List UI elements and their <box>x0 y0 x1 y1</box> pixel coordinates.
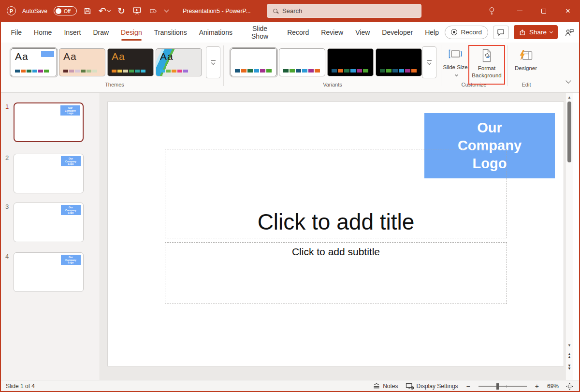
scrollbar-thumb[interactable] <box>567 102 571 162</box>
autosave-state: Off <box>64 8 71 14</box>
group-divider <box>223 45 224 86</box>
record-button[interactable]: Record <box>445 26 488 39</box>
tab-draw[interactable]: Draw <box>87 22 115 43</box>
color-swatch <box>166 70 171 73</box>
undo-button[interactable]: ↶ <box>98 6 111 15</box>
tab-file[interactable]: File <box>5 22 28 43</box>
tab-record[interactable]: Record <box>281 22 315 43</box>
start-slideshow-icon[interactable] <box>132 7 142 15</box>
display-settings-label: Display Settings <box>417 383 458 390</box>
zoom-slider-thumb[interactable] <box>496 383 499 390</box>
color-swatch <box>363 69 368 73</box>
zoom-percent[interactable]: 69% <box>547 383 559 390</box>
comments-button[interactable] <box>493 26 509 39</box>
quick-access-overflow-icon[interactable] <box>164 10 169 12</box>
color-swatch <box>332 69 337 73</box>
minimize-icon <box>517 11 522 11</box>
tab-animations[interactable]: Animations <box>193 22 238 43</box>
record-button-label: Record <box>461 29 482 36</box>
theme-sample-text: Aa <box>108 49 153 62</box>
share-button-label: Share <box>529 29 547 36</box>
vertical-scrollbar: ▲ ▼ ▲▲ ▼▼ <box>566 93 573 380</box>
autosave-toggle[interactable]: Off <box>54 6 77 15</box>
title-placeholder[interactable]: Click to add title <box>165 149 507 238</box>
tab-transitions[interactable]: Transitions <box>148 22 193 43</box>
slide-editor: OurCompanyLogo Click to add title Click … <box>100 93 573 380</box>
zoom-slider[interactable] <box>478 386 527 387</box>
tab-insert[interactable]: Insert <box>58 22 87 43</box>
color-swatch <box>350 69 356 73</box>
themes-more-button[interactable] <box>206 46 220 78</box>
color-swatch <box>283 69 289 73</box>
designer-button[interactable]: Designer <box>510 48 541 72</box>
slide-thumbnail-4[interactable]: OurCompanyLogo <box>14 252 84 292</box>
share-button[interactable]: Share <box>514 25 558 39</box>
slide-thumbnail-1[interactable]: OurCompanyLogo <box>14 102 84 142</box>
close-button[interactable]: × <box>556 0 580 22</box>
notes-label: Notes <box>383 383 398 390</box>
themes-group-label: Themes <box>7 82 222 87</box>
tab-design[interactable]: Design <box>115 22 148 43</box>
color-swatch <box>38 70 43 73</box>
scroll-up-icon[interactable]: ▲ <box>566 94 573 100</box>
tab-review[interactable]: Review <box>315 22 349 43</box>
color-swatch <box>44 70 49 73</box>
fit-slide-to-window-icon[interactable] <box>566 383 573 390</box>
maximize-button[interactable] <box>532 0 556 22</box>
tab-developer[interactable]: Developer <box>376 22 419 43</box>
edit-group-label: Edit <box>507 82 546 87</box>
theme-logo-chip <box>41 51 54 57</box>
slide-number: 1 <box>0 102 14 110</box>
notes-button[interactable]: Notes <box>373 383 398 390</box>
minimize-button[interactable] <box>508 0 532 22</box>
display-settings-button[interactable]: Display Settings <box>406 383 458 390</box>
color-swatch <box>296 69 301 73</box>
variants-more-button[interactable] <box>422 46 436 78</box>
redo-button[interactable]: ↻ <box>117 6 126 15</box>
collapse-ribbon-icon[interactable] <box>563 77 574 86</box>
search-input[interactable]: Search <box>267 4 421 18</box>
zoom-in-button[interactable]: + <box>534 382 540 390</box>
color-swatch <box>183 70 188 73</box>
variant-thumbnail-3[interactable] <box>327 48 374 76</box>
theme-thumbnail-3[interactable]: Aa <box>107 48 154 76</box>
tab-slide-show[interactable]: Slide Show <box>238 22 281 43</box>
format-background-button[interactable]: Format Background <box>471 48 503 79</box>
save-icon[interactable] <box>83 7 92 15</box>
color-swatch <box>399 69 404 73</box>
scroll-down-icon[interactable]: ▼ <box>566 342 573 348</box>
color-swatch <box>386 69 392 73</box>
theme-color-swatches <box>160 70 188 73</box>
ribbon-tabs: FileHomeInsertDrawDesignTransitionsAnima… <box>0 22 445 43</box>
variant-thumbnail-1[interactable] <box>231 48 277 76</box>
theme-thumbnail-2[interactable]: Aa <box>59 48 105 76</box>
theme-thumbnail-4[interactable]: Aa <box>156 48 202 76</box>
autosave-label: AutoSave <box>22 8 47 15</box>
color-swatch <box>247 69 253 73</box>
powerpoint-app-icon[interactable]: P <box>7 6 16 15</box>
color-swatch <box>87 70 91 73</box>
tab-view[interactable]: View <box>349 22 376 43</box>
color-swatch <box>69 70 74 73</box>
presenter-coach-icon[interactable] <box>565 29 574 36</box>
variant-thumbnail-4[interactable] <box>376 48 422 76</box>
zoom-out-button[interactable]: − <box>465 382 471 390</box>
theme-sample-text: Aa <box>59 49 105 62</box>
tab-home[interactable]: Home <box>28 22 58 43</box>
lightbulb-icon[interactable] <box>489 7 495 15</box>
slide-size-button[interactable]: Slide Size <box>443 47 468 78</box>
slide-thumbnail-3[interactable]: OurCompanyLogo <box>14 203 84 242</box>
subtitle-placeholder[interactable]: Click to add subtitle <box>165 242 507 304</box>
theme-thumbnail-1[interactable]: Aa <box>11 48 57 76</box>
slide-indicator: Slide 1 of 4 <box>0 383 35 390</box>
next-slide-icon[interactable]: ▼▼ <box>566 364 573 370</box>
slide-thumbnail-2[interactable]: OurCompanyLogo <box>14 154 84 193</box>
slide-size-icon <box>448 47 463 62</box>
variant-thumbnail-2[interactable] <box>279 48 325 76</box>
previous-slide-icon[interactable]: ▲▲ <box>566 353 573 359</box>
tab-help[interactable]: Help <box>419 22 445 43</box>
color-swatch <box>357 69 362 73</box>
title-placeholder-text: Click to add title <box>258 209 415 235</box>
ink-replay-icon[interactable] <box>148 7 158 15</box>
color-swatch <box>129 70 134 73</box>
